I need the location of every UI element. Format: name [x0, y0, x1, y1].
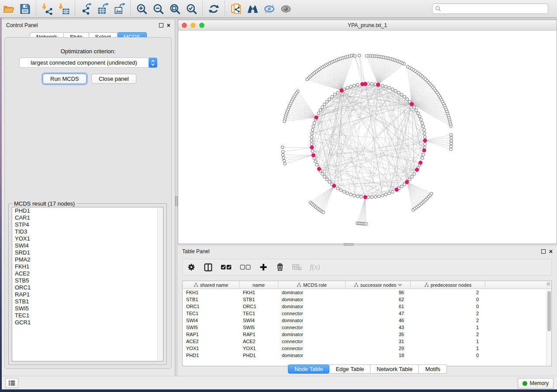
- graph-node[interactable]: [400, 185, 403, 188]
- graph-node[interactable]: [349, 85, 353, 88]
- graph-node[interactable]: [384, 85, 387, 88]
- graph-node[interactable]: [325, 178, 329, 181]
- graph-node[interactable]: [421, 122, 424, 125]
- table-row[interactable]: RAP1RAP1dominator352: [183, 331, 551, 338]
- graph-hub-node[interactable]: [340, 89, 343, 92]
- graph-node[interactable]: [422, 128, 426, 131]
- select-all-button[interactable]: [221, 264, 232, 270]
- table-row[interactable]: SWI4SWI4dominator462: [183, 317, 551, 324]
- graph-node[interactable]: [391, 88, 394, 91]
- show-panels-button[interactable]: [277, 1, 294, 16]
- table-row[interactable]: ACE2ACE2connector311: [183, 338, 551, 345]
- graph-node[interactable]: [333, 93, 336, 96]
- graph-node[interactable]: [413, 172, 416, 175]
- table-row[interactable]: PHD1PHD1dominator180: [183, 352, 551, 359]
- graph-hub-node[interactable]: [332, 184, 336, 188]
- table-scrollbar[interactable]: [546, 289, 551, 365]
- graph-node[interactable]: [450, 136, 453, 139]
- close-panel-icon[interactable]: ×: [167, 23, 170, 28]
- graph-node[interactable]: [322, 211, 325, 214]
- scrollbar-thumb[interactable]: [547, 291, 551, 331]
- float-panel-icon[interactable]: [541, 249, 546, 254]
- graph-node[interactable]: [415, 109, 418, 112]
- export-table-button[interactable]: [94, 1, 111, 16]
- table-options-button[interactable]: [187, 263, 196, 272]
- graph-node[interactable]: [360, 196, 363, 199]
- show-task-history-button[interactable]: [5, 378, 18, 388]
- graph-node[interactable]: [321, 106, 324, 109]
- column-header-MCDS-role[interactable]: MCDS role: [278, 281, 346, 289]
- delete-column-button[interactable]: [276, 263, 284, 272]
- memory-button[interactable]: Memory: [518, 378, 554, 389]
- mcds-list-item[interactable]: SWI5: [12, 305, 163, 312]
- graph-node[interactable]: [281, 150, 284, 153]
- tab-edge-table[interactable]: Edge Table: [329, 364, 370, 374]
- tab-motifs[interactable]: Motifs: [419, 364, 447, 374]
- run-mcds-button[interactable]: Run MCDS: [43, 74, 86, 84]
- apply-layout-button[interactable]: [205, 1, 222, 16]
- graph-node[interactable]: [331, 96, 334, 99]
- graph-node[interactable]: [315, 163, 318, 166]
- graph-hub-node[interactable]: [410, 102, 413, 106]
- graph-node[interactable]: [349, 193, 353, 196]
- search-input[interactable]: [441, 6, 545, 12]
- graph-node[interactable]: [397, 91, 400, 94]
- criterion-select[interactable]: largest connected component (undirected): [19, 58, 157, 68]
- graph-node[interactable]: [310, 139, 313, 142]
- graph-node[interactable]: [420, 118, 423, 121]
- mcds-list-scrollbar[interactable]: [157, 208, 163, 361]
- graph-node[interactable]: [353, 84, 356, 87]
- column-header-shared-name[interactable]: shared name: [183, 281, 239, 289]
- graph-node[interactable]: [283, 159, 286, 162]
- graph-node[interactable]: [281, 146, 284, 149]
- graph-node[interactable]: [365, 223, 368, 226]
- graph-node[interactable]: [377, 195, 381, 198]
- float-panel-icon[interactable]: [159, 23, 163, 28]
- mcds-list-item[interactable]: STB5: [12, 277, 163, 284]
- graph-node[interactable]: [313, 122, 316, 125]
- graph-node[interactable]: [281, 153, 284, 156]
- graph-node[interactable]: [310, 136, 313, 139]
- zoom-out-button[interactable]: [150, 1, 166, 16]
- import-table-button[interactable]: [55, 1, 72, 16]
- table-row[interactable]: SWI5SWI5connector431: [183, 324, 551, 331]
- graph-node[interactable]: [339, 189, 343, 192]
- mcds-list-item[interactable]: PHD1: [12, 207, 163, 214]
- graph-node[interactable]: [403, 96, 406, 99]
- graph-node[interactable]: [374, 196, 377, 199]
- graph-node[interactable]: [381, 84, 384, 87]
- save-session-button[interactable]: [17, 1, 33, 16]
- graph-node[interactable]: [423, 143, 426, 146]
- graph-node[interactable]: [394, 89, 397, 93]
- graph-node[interactable]: [391, 190, 394, 193]
- graph-node[interactable]: [346, 192, 349, 195]
- graph-node[interactable]: [417, 112, 420, 115]
- mcds-list-item[interactable]: STB1: [12, 298, 163, 305]
- graph-node[interactable]: [450, 145, 453, 148]
- graph-node[interactable]: [321, 172, 324, 175]
- graph-node[interactable]: [282, 156, 285, 159]
- graph-hub-node[interactable]: [363, 196, 367, 199]
- close-panel-icon[interactable]: ×: [549, 249, 553, 254]
- mcds-list-item[interactable]: SRD1: [12, 249, 163, 256]
- graph-node[interactable]: [323, 175, 326, 179]
- graph-node[interactable]: [336, 187, 339, 190]
- graph-node[interactable]: [406, 98, 409, 101]
- graph-node[interactable]: [450, 133, 453, 136]
- graph-node[interactable]: [422, 125, 425, 128]
- graph-node[interactable]: [323, 103, 326, 106]
- graph-node[interactable]: [422, 153, 425, 156]
- graph-node[interactable]: [370, 83, 374, 86]
- mcds-list-item[interactable]: FKH1: [12, 263, 163, 270]
- graph-node[interactable]: [325, 100, 329, 103]
- graph-hub-node[interactable]: [317, 167, 321, 171]
- graph-node[interactable]: [423, 136, 426, 139]
- graph-hub-node[interactable]: [422, 148, 426, 152]
- graph-node[interactable]: [450, 139, 453, 142]
- tab-network-table[interactable]: Network Table: [370, 364, 419, 374]
- show-columns-button[interactable]: [204, 263, 213, 272]
- graph-node[interactable]: [311, 132, 314, 135]
- network-canvas[interactable]: [178, 31, 557, 244]
- table-row[interactable]: STB1STB1dominator620: [183, 296, 551, 303]
- zoom-in-button[interactable]: [133, 1, 150, 16]
